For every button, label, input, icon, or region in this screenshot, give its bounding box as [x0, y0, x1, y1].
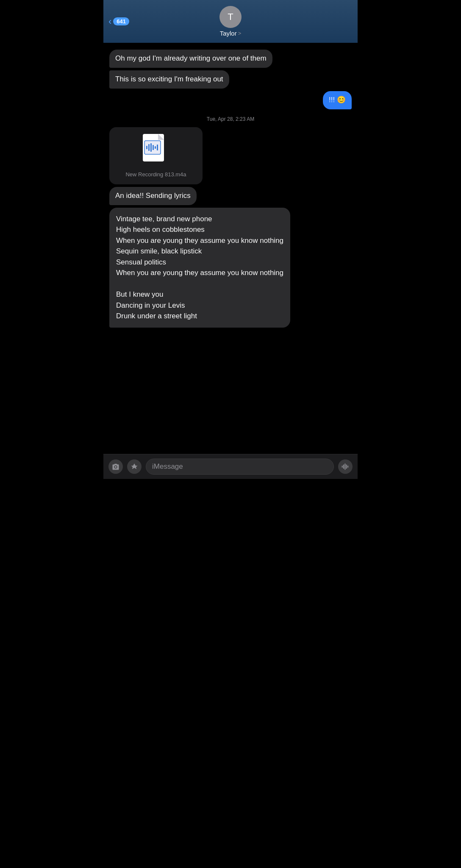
svg-rect-3 [146, 146, 147, 149]
camera-icon [112, 463, 119, 470]
svg-rect-4 [148, 144, 150, 151]
audio-record-button[interactable] [338, 459, 353, 474]
contact-name[interactable]: Taylor > [220, 30, 242, 37]
imessage-input[interactable]: iMessage [146, 459, 334, 475]
apps-icon [131, 463, 138, 470]
back-button[interactable]: ‹ 641 [108, 16, 129, 27]
timestamp: Tue, Apr 28, 2:23 AM [109, 116, 352, 122]
svg-rect-13 [347, 466, 348, 468]
contact-chevron-icon: > [238, 30, 242, 36]
messages-area: Oh my god I'm already writing over one o… [103, 43, 358, 454]
camera-button[interactable] [108, 459, 123, 474]
message-text: This is so exciting I'm freaking out [115, 75, 223, 83]
message-bubble-received: An idea!! Sending lyrics [109, 187, 197, 205]
lyrics-bubble: Vintage tee, brand new phone High heels … [109, 208, 290, 328]
svg-rect-11 [344, 464, 345, 470]
file-icon [141, 134, 171, 168]
svg-rect-6 [153, 145, 154, 150]
input-bar: iMessage [103, 454, 358, 479]
apps-button[interactable] [127, 459, 142, 474]
message-bubble-received: This is so exciting I'm freaking out [109, 70, 229, 89]
svg-rect-9 [342, 466, 343, 468]
lyrics-text: Vintage tee, brand new phone High heels … [116, 215, 283, 320]
message-text: An idea!! Sending lyrics [115, 192, 191, 200]
input-placeholder: iMessage [152, 462, 183, 470]
chat-header: ‹ 641 T Taylor > [103, 0, 358, 43]
svg-rect-8 [157, 145, 158, 150]
svg-rect-12 [346, 465, 347, 469]
back-count-badge: 641 [113, 17, 129, 25]
message-bubble-sent: !!! 😊 [323, 91, 352, 109]
svg-rect-7 [155, 146, 156, 149]
message-bubble-received: Oh my god I'm already writing over one o… [109, 50, 272, 68]
message-text: !!! 😊 [329, 96, 346, 104]
file-name: New Recording 813.m4a [125, 171, 186, 178]
svg-rect-5 [150, 143, 152, 152]
message-text: Oh my god I'm already writing over one o… [115, 54, 267, 62]
svg-rect-10 [343, 465, 344, 469]
back-chevron-icon: ‹ [108, 16, 111, 27]
audio-waveform-icon [341, 462, 350, 471]
avatar: T [219, 6, 242, 28]
attachment-bubble[interactable]: New Recording 813.m4a [109, 127, 203, 184]
